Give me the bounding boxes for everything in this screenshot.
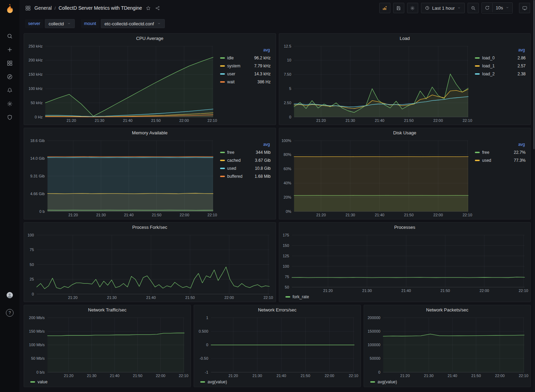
svg-text:100 Mb/s: 100 Mb/s <box>29 343 45 347</box>
star-dashboard-button[interactable] <box>145 5 152 11</box>
plot-area[interactable]: 21:2021:3021:4021:5022:0022:100255075100 <box>26 232 274 300</box>
plot-area[interactable]: 21:2021:3021:4021:5022:0022:100 Hz50 kHz… <box>26 43 217 123</box>
panel-network-errors: Network Errors/sec 21:2021:3021:4021:502… <box>194 305 361 387</box>
panel-memory-available: Memory Available 21:2021:3021:4021:5022:… <box>24 128 276 219</box>
series-name: system <box>227 64 241 68</box>
scrollbar-thumb[interactable] <box>533 0 535 149</box>
explore-button[interactable] <box>3 70 17 83</box>
plot-area[interactable]: 21:2021:3021:4021:5022:0022:100500001000… <box>366 315 528 378</box>
legend-header-avg[interactable]: avg <box>475 48 526 52</box>
legend-item[interactable]: free22.7% <box>475 148 526 156</box>
legend-item[interactable]: load_22.38 <box>475 70 526 78</box>
svg-text:21:30: 21:30 <box>252 374 262 378</box>
legend-item[interactable]: value <box>30 378 48 385</box>
legend-item[interactable]: buffered1.68 Mib <box>220 172 271 180</box>
panel-title[interactable]: Load <box>279 34 531 43</box>
cycle-view-mode-button[interactable] <box>519 3 530 13</box>
plot-area[interactable]: 21:2021:3021:4021:5022:0022:100 b4.66 Gi… <box>26 138 217 218</box>
series-name: user <box>227 72 235 76</box>
time-range-picker[interactable]: Last 1 hour <box>421 3 465 13</box>
compass-icon <box>7 74 13 80</box>
plot-area[interactable]: 21:2021:3021:4021:5022:0022:10-1-0.5000.… <box>196 315 358 378</box>
apps-grid-icon <box>25 5 31 11</box>
legend-item[interactable]: cached3.67 Gib <box>220 156 271 164</box>
create-button[interactable] <box>3 43 17 56</box>
scrollbar[interactable] <box>533 0 535 392</box>
panel-title[interactable]: Process Fork/sec <box>24 223 276 232</box>
legend-item[interactable]: user14.3 kHz <box>220 70 271 78</box>
svg-text:21:40: 21:40 <box>375 213 384 217</box>
breadcrumb-folder[interactable]: General <box>34 5 52 11</box>
svg-text:50 kHz: 50 kHz <box>31 101 42 105</box>
chevron-down-icon <box>157 22 161 25</box>
dashboard-settings-button[interactable] <box>407 3 418 13</box>
legend-header-avg[interactable]: avg <box>220 142 271 147</box>
variables-row: server collectd mount etc-collectd-colle… <box>19 16 535 31</box>
plot-area[interactable]: 21:2021:3021:4021:5022:0022:100%20%40%60… <box>281 138 472 218</box>
server-admin-button[interactable] <box>3 110 17 124</box>
search-button[interactable] <box>3 29 17 43</box>
plot-area[interactable]: 21:2021:3021:4021:5022:0022:1002.5057.50… <box>281 43 472 123</box>
legend-item[interactable]: fork_rate <box>285 293 309 300</box>
legend-item[interactable]: load_02.86 <box>475 54 526 62</box>
svg-text:21:30: 21:30 <box>424 374 434 378</box>
panel-chart-area: 21:2021:3021:4021:5022:0022:100 b4.66 Gi… <box>24 137 276 219</box>
grafana-logo[interactable] <box>4 3 16 15</box>
legend-item[interactable]: free344 Mib <box>220 148 271 156</box>
save-dashboard-button[interactable] <box>393 3 404 13</box>
panel-legend: avg(value) <box>196 378 358 385</box>
legend-item[interactable]: avg(value) <box>370 378 397 385</box>
add-panel-icon <box>382 6 387 11</box>
panel-title[interactable]: Network Traffic/sec <box>24 305 191 314</box>
panel-title[interactable]: Memory Available <box>24 128 276 137</box>
svg-text:22:10: 22:10 <box>519 374 528 378</box>
refresh-button[interactable] <box>482 3 492 12</box>
legend-item[interactable]: idle96.2 kHz <box>220 54 271 62</box>
svg-text:0 b: 0 b <box>39 209 44 214</box>
zoom-out-button[interactable] <box>468 3 479 13</box>
svg-text:125: 125 <box>283 254 289 258</box>
variable-select-server[interactable]: collectd <box>45 19 75 28</box>
legend-item[interactable]: load_12.57 <box>475 62 526 70</box>
legend-item[interactable]: used77.3% <box>475 156 526 164</box>
legend-header-avg[interactable]: avg <box>475 142 526 147</box>
help-button[interactable]: ? <box>3 306 17 319</box>
series-name: value <box>38 380 48 384</box>
legend-item[interactable]: system7.79 kHz <box>220 62 271 70</box>
panel-title[interactable]: Network Errors/sec <box>194 305 360 314</box>
dashboards-button[interactable] <box>3 56 17 70</box>
panel-title[interactable]: Processes <box>279 223 531 232</box>
panel-processes: Processes 21:2021:3021:4021:5022:0022:10… <box>279 222 531 302</box>
add-panel-button[interactable] <box>379 3 390 13</box>
legend-item[interactable]: used10.8 Gib <box>220 164 271 172</box>
svg-text:100000: 100000 <box>367 343 380 347</box>
plot-area[interactable]: 21:2021:3021:4021:5022:0022:100 b/s50 Mb… <box>26 315 188 378</box>
dashboard-grid: CPU Average 21:2021:3021:4021:5022:0022:… <box>19 31 535 392</box>
legend-header-avg[interactable]: avg <box>220 48 271 52</box>
svg-text:75: 75 <box>285 275 289 279</box>
alerting-button[interactable] <box>3 83 17 97</box>
configuration-button[interactable] <box>3 97 17 110</box>
user-avatar[interactable] <box>3 288 17 302</box>
variable-select-mount[interactable]: etc-collectd-collectd.conf <box>101 19 165 28</box>
share-dashboard-button[interactable] <box>154 5 161 11</box>
svg-text:21:50: 21:50 <box>404 118 414 123</box>
apps-button[interactable] <box>24 5 32 11</box>
series-color-swatch <box>475 160 480 161</box>
svg-text:21:20: 21:20 <box>316 118 326 123</box>
refresh-interval-picker[interactable]: 10s <box>492 3 512 12</box>
legend-item[interactable]: avg(value) <box>200 378 227 385</box>
svg-text:21:50: 21:50 <box>404 213 414 217</box>
panel-title[interactable]: CPU Average <box>24 34 276 43</box>
panel-title[interactable]: Network Packets/sec <box>364 305 530 314</box>
panel-title[interactable]: Disk Usage <box>279 128 531 137</box>
svg-text:22:00: 22:00 <box>180 213 189 217</box>
panel-network-traffic: Network Traffic/sec 21:2021:3021:4021:50… <box>24 305 191 387</box>
svg-text:5: 5 <box>289 86 291 91</box>
bell-icon <box>7 87 13 93</box>
legend-item[interactable]: wait386 Hz <box>220 78 271 86</box>
svg-text:100: 100 <box>283 264 289 268</box>
svg-text:100 kHz: 100 kHz <box>29 86 42 91</box>
plot-area[interactable]: 21:2021:3021:4021:5022:0022:105075100125… <box>281 232 529 293</box>
svg-text:21:40: 21:40 <box>146 295 156 300</box>
